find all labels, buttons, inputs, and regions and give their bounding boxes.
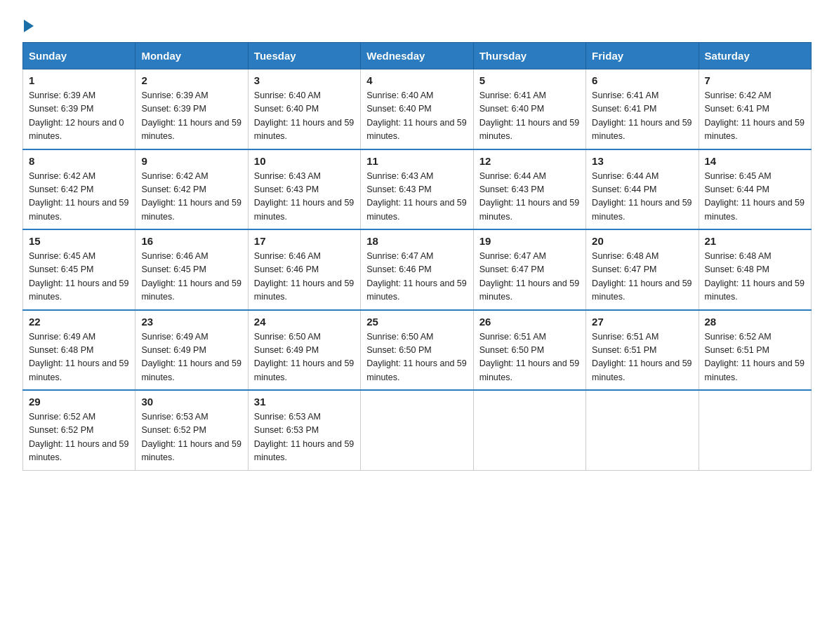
calendar-day-cell: 18Sunrise: 6:47 AMSunset: 6:46 PMDayligh… <box>361 229 473 310</box>
day-number: 14 <box>705 155 805 167</box>
calendar-day-cell: 26Sunrise: 6:51 AMSunset: 6:50 PMDayligh… <box>473 310 585 391</box>
day-info: Sunrise: 6:49 AMSunset: 6:48 PMDaylight:… <box>29 332 128 382</box>
day-number: 25 <box>366 316 467 328</box>
header-sunday: Sunday <box>23 43 135 69</box>
day-info: Sunrise: 6:48 AMSunset: 6:48 PMDaylight:… <box>705 251 805 302</box>
day-number: 10 <box>254 155 355 167</box>
day-info: Sunrise: 6:41 AMSunset: 6:41 PMDaylight:… <box>592 90 691 141</box>
logo <box>22 17 34 29</box>
header-thursday: Thursday <box>473 43 585 69</box>
day-info: Sunrise: 6:44 AMSunset: 6:44 PMDaylight:… <box>592 171 691 222</box>
calendar-day-cell: 24Sunrise: 6:50 AMSunset: 6:49 PMDayligh… <box>248 310 360 391</box>
day-number: 6 <box>592 74 692 86</box>
day-info: Sunrise: 6:46 AMSunset: 6:46 PMDaylight:… <box>254 251 354 302</box>
calendar-day-cell: 15Sunrise: 6:45 AMSunset: 6:45 PMDayligh… <box>23 229 135 310</box>
calendar-day-cell: 20Sunrise: 6:48 AMSunset: 6:47 PMDayligh… <box>586 229 699 310</box>
day-info: Sunrise: 6:47 AMSunset: 6:47 PMDaylight:… <box>479 251 579 302</box>
day-info: Sunrise: 6:51 AMSunset: 6:51 PMDaylight:… <box>592 332 691 382</box>
calendar-week-row: 22Sunrise: 6:49 AMSunset: 6:48 PMDayligh… <box>23 310 812 391</box>
day-number: 9 <box>141 155 241 167</box>
day-info: Sunrise: 6:40 AMSunset: 6:40 PMDaylight:… <box>254 90 354 141</box>
calendar-day-cell: 12Sunrise: 6:44 AMSunset: 6:43 PMDayligh… <box>473 149 585 230</box>
day-number: 23 <box>141 316 241 328</box>
day-number: 30 <box>141 396 241 408</box>
day-info: Sunrise: 6:39 AMSunset: 6:39 PMDaylight:… <box>141 90 241 141</box>
day-number: 27 <box>592 316 692 328</box>
day-info: Sunrise: 6:39 AMSunset: 6:39 PMDaylight:… <box>29 90 124 141</box>
calendar-day-cell: 17Sunrise: 6:46 AMSunset: 6:46 PMDayligh… <box>248 229 360 310</box>
day-number: 8 <box>29 155 129 167</box>
header-wednesday: Wednesday <box>361 43 473 69</box>
calendar-day-cell: 5Sunrise: 6:41 AMSunset: 6:40 PMDaylight… <box>473 69 585 149</box>
day-info: Sunrise: 6:44 AMSunset: 6:43 PMDaylight:… <box>479 171 579 222</box>
header-saturday: Saturday <box>699 43 811 69</box>
day-number: 5 <box>479 74 580 86</box>
day-info: Sunrise: 6:41 AMSunset: 6:40 PMDaylight:… <box>479 90 579 141</box>
day-info: Sunrise: 6:45 AMSunset: 6:45 PMDaylight:… <box>29 251 128 302</box>
calendar-day-cell: 13Sunrise: 6:44 AMSunset: 6:44 PMDayligh… <box>586 149 699 230</box>
day-number: 21 <box>705 235 805 247</box>
day-number: 20 <box>592 235 692 247</box>
day-number: 24 <box>254 316 355 328</box>
calendar-day-cell <box>361 390 473 470</box>
day-number: 26 <box>479 316 580 328</box>
day-info: Sunrise: 6:43 AMSunset: 6:43 PMDaylight:… <box>366 171 466 222</box>
day-info: Sunrise: 6:43 AMSunset: 6:43 PMDaylight:… <box>254 171 354 222</box>
calendar-day-cell: 4Sunrise: 6:40 AMSunset: 6:40 PMDaylight… <box>361 69 473 149</box>
calendar-day-cell: 28Sunrise: 6:52 AMSunset: 6:51 PMDayligh… <box>699 310 811 391</box>
calendar-day-cell: 23Sunrise: 6:49 AMSunset: 6:49 PMDayligh… <box>135 310 248 391</box>
calendar-day-cell <box>699 390 811 470</box>
calendar-week-row: 15Sunrise: 6:45 AMSunset: 6:45 PMDayligh… <box>23 229 812 310</box>
day-info: Sunrise: 6:42 AMSunset: 6:42 PMDaylight:… <box>141 171 241 222</box>
day-info: Sunrise: 6:48 AMSunset: 6:47 PMDaylight:… <box>592 251 691 302</box>
calendar-day-cell: 10Sunrise: 6:43 AMSunset: 6:43 PMDayligh… <box>248 149 360 230</box>
day-number: 13 <box>592 155 692 167</box>
calendar-day-cell <box>586 390 699 470</box>
day-number: 12 <box>479 155 580 167</box>
header-monday: Monday <box>135 43 248 69</box>
header-friday: Friday <box>586 43 699 69</box>
day-number: 18 <box>366 235 467 247</box>
calendar-week-row: 1Sunrise: 6:39 AMSunset: 6:39 PMDaylight… <box>23 69 812 149</box>
calendar-day-cell: 1Sunrise: 6:39 AMSunset: 6:39 PMDaylight… <box>23 69 135 149</box>
calendar-day-cell: 3Sunrise: 6:40 AMSunset: 6:40 PMDaylight… <box>248 69 360 149</box>
day-number: 4 <box>366 74 467 86</box>
calendar-day-cell: 31Sunrise: 6:53 AMSunset: 6:53 PMDayligh… <box>248 390 360 470</box>
calendar-day-cell: 29Sunrise: 6:52 AMSunset: 6:52 PMDayligh… <box>23 390 135 470</box>
calendar-day-cell: 30Sunrise: 6:53 AMSunset: 6:52 PMDayligh… <box>135 390 248 470</box>
calendar-day-cell: 22Sunrise: 6:49 AMSunset: 6:48 PMDayligh… <box>23 310 135 391</box>
day-info: Sunrise: 6:50 AMSunset: 6:49 PMDaylight:… <box>254 332 354 382</box>
day-info: Sunrise: 6:47 AMSunset: 6:46 PMDaylight:… <box>366 251 466 302</box>
day-info: Sunrise: 6:52 AMSunset: 6:51 PMDaylight:… <box>705 332 805 382</box>
day-number: 31 <box>254 396 355 408</box>
calendar-header-row: SundayMondayTuesdayWednesdayThursdayFrid… <box>23 43 812 69</box>
calendar-table: SundayMondayTuesdayWednesdayThursdayFrid… <box>22 42 812 471</box>
day-number: 19 <box>479 235 580 247</box>
day-number: 29 <box>29 396 129 408</box>
day-info: Sunrise: 6:50 AMSunset: 6:50 PMDaylight:… <box>366 332 466 382</box>
calendar-day-cell: 25Sunrise: 6:50 AMSunset: 6:50 PMDayligh… <box>361 310 473 391</box>
day-number: 15 <box>29 235 129 247</box>
day-info: Sunrise: 6:52 AMSunset: 6:52 PMDaylight:… <box>29 412 128 462</box>
page-header <box>22 17 812 29</box>
day-info: Sunrise: 6:51 AMSunset: 6:50 PMDaylight:… <box>479 332 579 382</box>
day-info: Sunrise: 6:49 AMSunset: 6:49 PMDaylight:… <box>141 332 241 382</box>
calendar-day-cell: 16Sunrise: 6:46 AMSunset: 6:45 PMDayligh… <box>135 229 248 310</box>
calendar-day-cell: 11Sunrise: 6:43 AMSunset: 6:43 PMDayligh… <box>361 149 473 230</box>
calendar-week-row: 29Sunrise: 6:52 AMSunset: 6:52 PMDayligh… <box>23 390 812 470</box>
day-number: 16 <box>141 235 241 247</box>
calendar-day-cell: 27Sunrise: 6:51 AMSunset: 6:51 PMDayligh… <box>586 310 699 391</box>
day-number: 17 <box>254 235 355 247</box>
calendar-day-cell <box>473 390 585 470</box>
day-number: 7 <box>705 74 805 86</box>
calendar-day-cell: 14Sunrise: 6:45 AMSunset: 6:44 PMDayligh… <box>699 149 811 230</box>
day-info: Sunrise: 6:53 AMSunset: 6:52 PMDaylight:… <box>141 412 241 462</box>
day-info: Sunrise: 6:42 AMSunset: 6:42 PMDaylight:… <box>29 171 128 222</box>
day-number: 22 <box>29 316 129 328</box>
calendar-day-cell: 7Sunrise: 6:42 AMSunset: 6:41 PMDaylight… <box>699 69 811 149</box>
calendar-week-row: 8Sunrise: 6:42 AMSunset: 6:42 PMDaylight… <box>23 149 812 230</box>
logo-triangle-icon <box>24 20 34 32</box>
day-number: 11 <box>366 155 467 167</box>
day-info: Sunrise: 6:42 AMSunset: 6:41 PMDaylight:… <box>705 90 805 141</box>
day-number: 1 <box>29 74 129 86</box>
